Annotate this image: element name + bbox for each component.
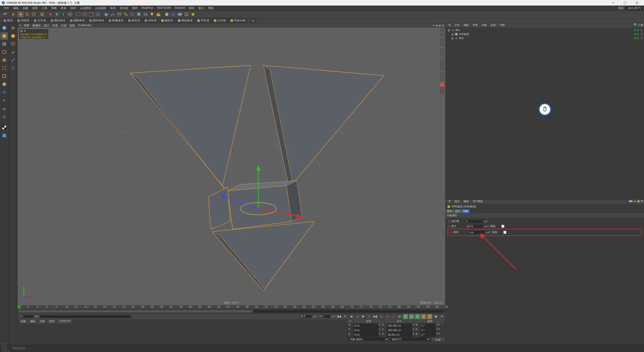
magnet-button[interactable] [1,113,8,120]
menu-13[interactable]: RealFlow [140,6,155,11]
y-axis-button[interactable]: Y [54,11,60,17]
qr-button[interactable]: QR [177,11,183,17]
menu-17[interactable]: 窗口 [196,6,206,11]
field-button-6[interactable]: 胶囊体域 [106,18,125,23]
attr-input-1[interactable] [465,225,483,228]
camera-button[interactable] [142,11,148,17]
live-select-button[interactable] [11,11,17,17]
vp-menu-5[interactable]: 面板 [68,23,76,28]
field-button-0[interactable]: 图域 [1,18,15,23]
attr-tab-1[interactable]: 编辑 [462,199,471,204]
polygon-mode-button[interactable] [1,80,8,88]
coord-rot-Z[interactable] [421,332,436,337]
coord-size-Z[interactable] [387,332,412,337]
vp-tool-8[interactable] [440,63,444,67]
coord-apply-button[interactable]: 应用 [432,337,444,341]
end-frame-input[interactable] [318,315,331,318]
attr-check-2[interactable] [503,231,506,234]
material-tab-4[interactable]: Cycles 4D [57,319,72,324]
material-tab-0[interactable]: 创建 [19,319,28,324]
play-button[interactable]: ▶ [361,314,366,319]
vp-menu-2[interactable]: 显示 [42,23,51,28]
coord-pos-X[interactable] [353,323,379,328]
environment-button[interactable] [136,11,142,17]
obj-tab-5[interactable]: 书签 [498,23,507,28]
keyframe-options-button[interactable]: ⊞ [397,314,402,319]
tool-brush-button[interactable] [9,48,17,56]
attr-nav-fwd-icon[interactable]: ▶ [631,199,633,204]
obj-layer-icon[interactable]: ▤ [640,23,643,28]
attr-input-2[interactable] [467,231,485,234]
time-scrollbar[interactable] [18,309,445,313]
menu-9[interactable]: 运动跟踪 [93,6,108,11]
viewport[interactable]: ⊞✦ Number of emitters: 0 Total live part… [18,28,445,305]
workplane-button[interactable] [1,105,8,112]
checker-button[interactable] [1,124,8,131]
tree-row-0[interactable]: ⊟舞台 [446,28,643,32]
menu-7[interactable]: 体积 [68,6,78,11]
attr-subtab-0[interactable]: 基本 [446,209,454,213]
edge-mode-button[interactable] [1,72,8,80]
field-button-4[interactable]: 圆锥体域 [68,18,87,23]
z-axis-button[interactable]: Z [60,11,66,17]
model-mode-button[interactable] [1,32,8,40]
coord-size-mode-select[interactable]: 绝对尺寸 [390,337,430,341]
key-a-button[interactable]: A [421,314,426,319]
viewport-config-icon[interactable]: ✦ ⊕ ⊞ ⊡ [432,24,444,27]
deformer-button[interactable] [129,11,135,17]
recent-tool-button[interactable] [39,11,45,17]
coord-size-Y[interactable] [387,328,412,332]
attr-subtab-1[interactable]: 坐标 [454,209,462,213]
menu-2[interactable]: 创建 [21,6,30,11]
vp-tool-2[interactable] [440,32,444,36]
dope-button[interactable]: ▦ [433,314,438,319]
menu-8[interactable]: 运动图形 [78,6,93,11]
vp-menu-1[interactable]: 摄像机 [31,23,42,28]
tool-move-button[interactable] [9,24,17,32]
material-tab-2[interactable]: 功能 [38,319,47,324]
spline-button[interactable] [110,11,116,17]
vp-menu-0[interactable]: 查看 [22,23,31,28]
vp-tool-4[interactable] [440,42,444,47]
obj-tab-4[interactable]: 标签 [489,23,498,28]
light-button[interactable] [149,11,155,17]
attr-corner-icon[interactable]: ⊞ [447,199,453,204]
maximize-button[interactable] [619,0,631,6]
obj-filter-icon[interactable]: ⊙ [638,23,640,28]
vp-tool-9[interactable] [440,67,444,71]
field-button-2[interactable]: 立方域 [32,18,48,23]
attr-input-0[interactable] [465,220,483,223]
prev-key-button[interactable]: ◀ [349,314,354,319]
attr-tab-2[interactable]: 用户数据 [471,199,485,204]
scale-button[interactable] [24,11,30,17]
tool-extrude-button[interactable] [9,64,17,72]
vp-tool-6[interactable] [440,53,444,57]
null-button[interactable] [183,11,189,17]
key-r-button[interactable]: R [415,314,420,319]
attr-check-1[interactable] [501,225,504,228]
render-settings-button[interactable] [95,11,101,17]
vp-tool-3[interactable] [440,38,444,42]
object-mode-button[interactable] [1,48,8,56]
field-button-7[interactable]: 线性域 [126,18,142,23]
obj-search-icon[interactable]: 🔍 [634,23,637,28]
attr-up-icon[interactable]: ▲ [633,199,636,204]
menu-1[interactable]: 编辑 [11,6,21,11]
make-editable-button[interactable] [1,24,8,32]
field-button-12[interactable]: 公式域 [212,18,228,23]
fx-button[interactable]: fx [250,19,256,23]
psr-button[interactable]: PSR [155,11,162,17]
key-s-button[interactable]: S [409,314,414,319]
vp-tool-1[interactable] [440,28,444,32]
plugin-button[interactable] [190,11,196,17]
menu-14[interactable]: INSYDIUM [155,6,173,11]
texture-mode-button[interactable] [1,40,8,48]
start-frame-input[interactable] [19,315,34,318]
obj-tab-3[interactable]: 对象 [480,23,489,28]
field-button-3[interactable]: 圆柱体域 [48,18,67,23]
field-button-5[interactable]: 圆环体域 [87,18,106,23]
tree-row-1[interactable]: ⊟布料曲面 [446,32,643,36]
obj-corner-icon[interactable]: ⊞ [447,23,453,28]
menu-12[interactable]: 插件 [130,6,140,11]
field-button-11[interactable]: 声音域 [195,18,211,23]
